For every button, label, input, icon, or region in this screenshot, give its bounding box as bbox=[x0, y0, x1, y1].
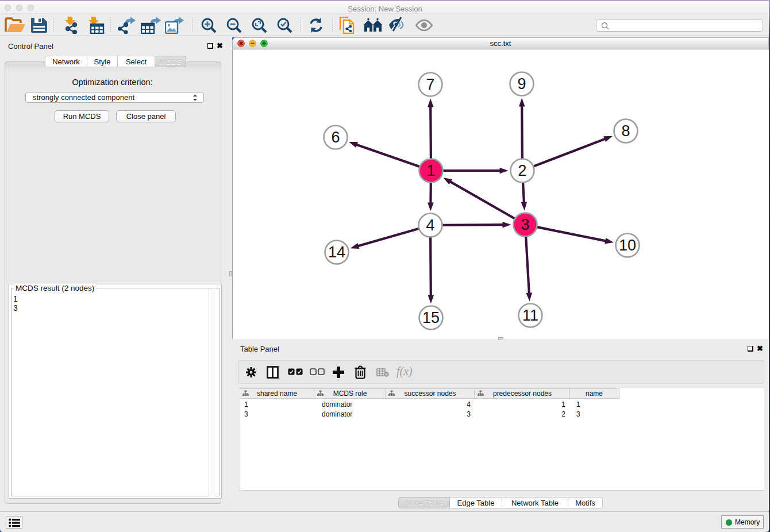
svg-text:11: 11 bbox=[522, 307, 538, 324]
svg-text:2: 2 bbox=[518, 162, 526, 179]
svg-text:8: 8 bbox=[621, 122, 630, 140]
svg-text:9: 9 bbox=[517, 75, 526, 92]
svg-text:14: 14 bbox=[328, 244, 345, 261]
svg-text:15: 15 bbox=[422, 309, 440, 326]
svg-text:4: 4 bbox=[426, 217, 434, 234]
svg-text:3: 3 bbox=[521, 216, 529, 233]
svg-text:6: 6 bbox=[331, 129, 340, 146]
svg-text:10: 10 bbox=[619, 237, 636, 254]
svg-text:1: 1 bbox=[426, 162, 435, 179]
svg-text:7: 7 bbox=[426, 76, 434, 93]
